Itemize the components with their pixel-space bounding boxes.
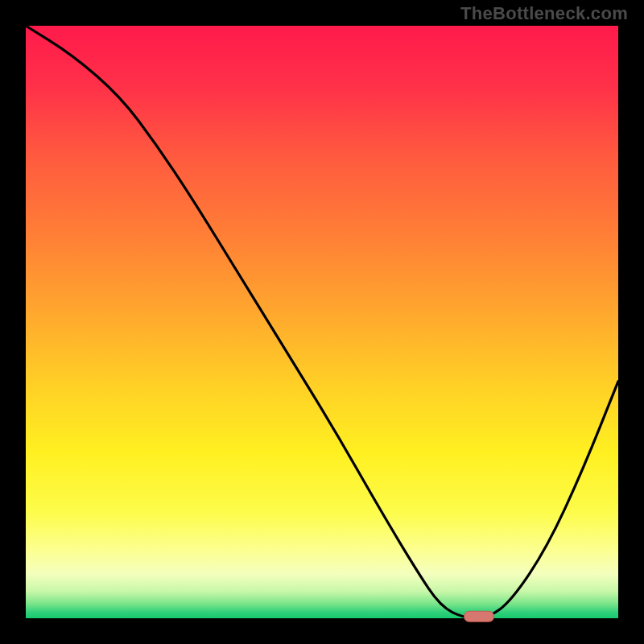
bottleneck-chart bbox=[0, 0, 644, 644]
optimal-marker bbox=[464, 611, 494, 621]
plot-background bbox=[26, 26, 618, 618]
chart-frame: { "watermark": "TheBottleneck.com", "col… bbox=[0, 0, 644, 644]
